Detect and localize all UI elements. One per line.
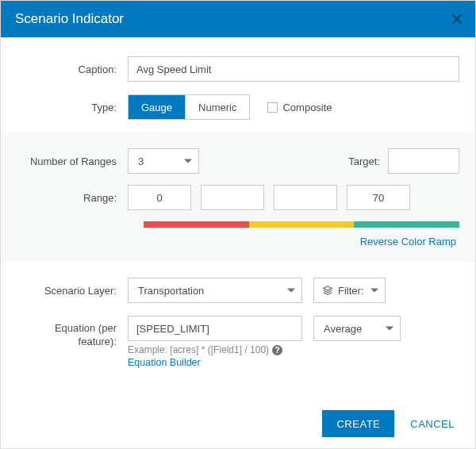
label-range: Range:: [17, 192, 128, 204]
checkbox-icon: [267, 102, 278, 113]
help-icon[interactable]: ?: [272, 345, 282, 355]
equation-example: Example: [acres] * ([Field1] / 100) ?: [128, 344, 282, 355]
range-input-2[interactable]: [274, 185, 337, 210]
composite-label: Composite: [282, 102, 332, 113]
range-input-3[interactable]: [347, 185, 410, 210]
num-ranges-value: 3: [138, 155, 144, 167]
label-scenario-layer: Scenario Layer:: [17, 285, 128, 297]
aggregate-value: Average: [324, 323, 362, 335]
num-ranges-select[interactable]: 3: [128, 148, 199, 174]
chevron-down-icon: [287, 289, 295, 293]
chevron-down-icon: [184, 159, 192, 163]
filter-label: Filter:: [338, 285, 364, 297]
close-icon[interactable]: [450, 12, 464, 26]
row-num-ranges: Number of Ranges 3 Target:: [17, 148, 459, 174]
scenario-layer-value: Transportation: [138, 285, 204, 297]
range-input-1[interactable]: [201, 185, 264, 210]
label-equation: Equation (per feature):: [17, 316, 128, 349]
dialog-title: Scenario Indicator: [15, 11, 124, 27]
row-type: Type: Gauge Numeric Composite: [17, 94, 459, 120]
dialog-body: Caption: Type: Gauge Numeric Composite N…: [1, 37, 475, 399]
row-caption: Caption:: [17, 56, 459, 82]
row-range: Range:: [17, 185, 459, 210]
scenario-layer-select[interactable]: Transportation: [128, 278, 302, 303]
ramp-seg-1: [249, 221, 355, 228]
cancel-button[interactable]: CANCEL: [405, 418, 459, 430]
composite-checkbox[interactable]: Composite: [267, 102, 332, 113]
target-input[interactable]: [388, 148, 459, 174]
equation-builder-link[interactable]: Equation Builder: [128, 357, 201, 368]
row-equation: Equation (per feature): Average Example:…: [17, 316, 459, 368]
caption-input[interactable]: [128, 56, 459, 82]
type-option-numeric[interactable]: Numeric: [185, 95, 249, 119]
ranges-panel: Number of Ranges 3 Target: Range:: [1, 132, 475, 262]
filter-button[interactable]: Filter:: [313, 278, 386, 303]
type-option-gauge[interactable]: Gauge: [129, 95, 185, 119]
label-caption: Caption:: [17, 63, 128, 75]
chevron-down-icon: [386, 327, 393, 331]
label-target: Target:: [348, 155, 388, 167]
equation-input[interactable]: [128, 316, 302, 341]
create-button[interactable]: CREATE: [322, 410, 394, 437]
aggregate-select[interactable]: Average: [313, 316, 401, 341]
scenario-indicator-dialog: Scenario Indicator Caption: Type: Gauge …: [0, 0, 476, 449]
layers-icon: [322, 285, 333, 296]
reverse-color-ramp-link[interactable]: Reverse Color Ramp: [17, 236, 459, 248]
ramp-seg-2: [354, 221, 459, 228]
dialog-titlebar: Scenario Indicator: [1, 1, 475, 37]
ramp-seg-0: [144, 221, 249, 228]
type-toggle: Gauge Numeric: [128, 94, 250, 120]
label-num-ranges: Number of Ranges: [17, 155, 128, 167]
color-ramp: [144, 221, 459, 228]
range-inputs: [128, 185, 459, 210]
dialog-footer: CREATE CANCEL: [1, 399, 475, 448]
label-type: Type:: [17, 102, 128, 113]
row-scenario-layer: Scenario Layer: Transportation Filter:: [17, 278, 459, 303]
chevron-down-icon: [370, 289, 378, 293]
range-input-0[interactable]: [128, 185, 191, 210]
